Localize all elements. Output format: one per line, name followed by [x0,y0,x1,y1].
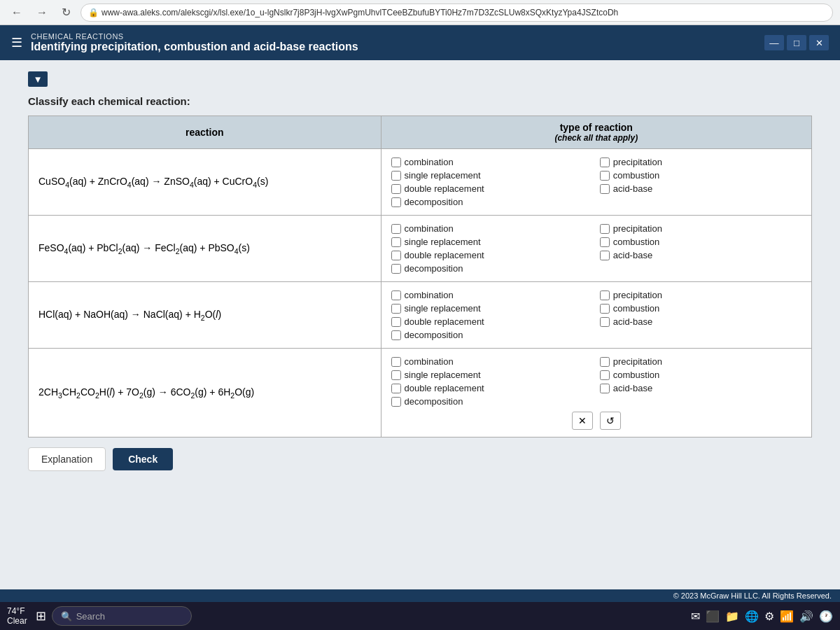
back-button[interactable]: ← [7,5,27,20]
dropdown-button[interactable]: ▼ [28,71,48,87]
search-icon: 🔍 [61,611,72,622]
checkbox-combination-4[interactable] [391,357,401,367]
option-combustion-2: combustion [600,236,802,248]
check-button[interactable]: Check [113,448,173,470]
label-precipitation-4: precipitation [613,356,662,367]
url-bar[interactable]: 🔒 www-awa.aleks.com/alekscgi/x/lsl.exe/1… [80,4,833,22]
browser-icon[interactable]: 🌐 [745,610,759,623]
header-title: Identifying precipitation, combustion an… [31,41,358,53]
checkbox-single-4[interactable] [391,370,401,380]
reaction-formula-4: 2CH3CH2CO2H(l) + 7O2(g) → 6CO2(g) + 6H2O… [38,386,254,398]
checkbox-single-2[interactable] [391,237,401,247]
label-double-2: double replacement [405,250,484,260]
bottom-buttons: Explanation Check [28,447,812,471]
checkbox-combustion-4[interactable] [600,370,610,380]
checkbox-double-2[interactable] [391,251,401,260]
action-buttons: ✕ ↺ [391,412,802,430]
checkbox-double-4[interactable] [391,384,401,393]
folder-icon[interactable]: 📁 [725,610,739,623]
reaction-formula-1: CuSO4(aq) + ZnCrO4(aq) → ZnSO4(aq) + CuC… [38,176,268,187]
volume-icon[interactable]: 🔊 [799,610,813,623]
option-combination-4: combination [391,356,593,368]
label-combination-3: combination [405,290,454,300]
taskbar-search-box[interactable]: 🔍 Search [52,606,192,626]
clear-button[interactable]: ✕ [572,412,593,430]
taskbar-weather: 74°F Clear [7,606,27,626]
checkbox-decomposition-1[interactable] [391,197,401,207]
forward-button[interactable]: → [32,5,52,20]
checkbox-decomposition-3[interactable] [391,330,401,340]
col-type-header: type of reaction (check all that apply) [381,116,811,149]
option-precipitation-3: precipitation [600,289,802,301]
option-combustion-4: combustion [600,369,802,381]
checkbox-combustion-3[interactable] [600,304,610,314]
clock-icon: 🕐 [819,610,833,623]
checkbox-double-1[interactable] [391,184,401,194]
checkbox-decomposition-2[interactable] [391,264,401,274]
option-combination-1: combination [391,156,593,168]
mail-icon[interactable]: ✉ [691,610,700,623]
start-button[interactable]: ⊞ [36,608,46,624]
checkbox-combination-1[interactable] [391,158,401,167]
hamburger-icon[interactable]: ☰ [11,35,22,50]
redo-button[interactable]: ↺ [600,412,621,430]
table-row: FeSO4(aq) + PbCl2(aq) → FeCl2(aq) + PbSO… [29,216,812,282]
lock-icon: 🔒 [88,8,99,18]
label-precipitation-1: precipitation [613,157,662,167]
close-button[interactable]: ✕ [809,35,829,50]
option-single-replacement-2: single replacement [391,236,593,248]
option-decomposition-2: decomposition [391,262,593,274]
option-precipitation-1: precipitation [600,156,802,168]
reaction-cell-3: HCl(aq) + NaOH(aq) → NaCl(aq) + H2O(l) [29,282,382,349]
label-acid-base-2: acid-base [613,250,652,260]
minimize-button[interactable]: — [764,35,784,50]
checkbox-precipitation-2[interactable] [600,224,610,234]
options-cell-2: combination precipitation single replace… [381,216,811,282]
classify-instruction: Classify each chemical reaction: [28,95,812,107]
reload-button[interactable]: ↻ [57,4,75,20]
table-row: 2CH3CH2CO2H(l) + 7O2(g) → 6CO2(g) + 6H2O… [29,349,812,438]
taskbar: 74°F Clear ⊞ 🔍 Search ✉ ⬛ 📁 🌐 ⚙ 📶 🔊 🕐 [0,602,840,630]
checkbox-single-1[interactable] [391,171,401,181]
app-header: ☰ CHEMICAL REACTIONS Identifying precipi… [0,25,840,60]
maximize-button[interactable]: □ [787,35,806,50]
checkbox-acid-base-4[interactable] [600,384,610,393]
label-double-3: double replacement [405,316,484,327]
checkbox-single-3[interactable] [391,304,401,314]
checkbox-precipitation-4[interactable] [600,357,610,367]
reaction-cell-1: CuSO4(aq) + ZnCrO4(aq) → ZnSO4(aq) + CuC… [29,149,382,216]
taskbar-icons: ✉ ⬛ 📁 🌐 ⚙ 📶 🔊 🕐 [691,610,833,623]
reaction-cell-2: FeSO4(aq) + PbCl2(aq) → FeCl2(aq) + PbSO… [29,216,382,282]
checkbox-combustion-1[interactable] [600,171,610,181]
checkbox-combination-2[interactable] [391,224,401,234]
checkbox-precipitation-3[interactable] [600,290,610,300]
header-controls: — □ ✕ [764,35,829,50]
option-precipitation-2: precipitation [600,223,802,234]
checkbox-combination-3[interactable] [391,290,401,300]
weather-temp: 74°F [7,606,27,616]
checkbox-double-3[interactable] [391,317,401,327]
header-subtitle: CHEMICAL REACTIONS [31,32,358,41]
label-acid-base-1: acid-base [613,183,652,194]
options-cell-3: combination precipitation single replace… [381,282,811,349]
checkbox-acid-base-2[interactable] [600,251,610,260]
checkbox-combustion-2[interactable] [600,237,610,247]
terminal-icon[interactable]: ⬛ [706,610,720,623]
checkbox-precipitation-1[interactable] [600,158,610,167]
url-text: www-awa.aleks.com/alekscgi/x/lsl.exe/1o_… [102,8,618,18]
checkbox-decomposition-4[interactable] [391,397,401,407]
option-double-replacement-1: double replacement [391,183,593,195]
col-reaction-header: reaction [29,116,382,149]
settings-icon[interactable]: ⚙ [764,610,774,623]
label-double-1: double replacement [405,183,484,194]
checkbox-acid-base-3[interactable] [600,317,610,327]
option-double-replacement-3: double replacement [391,316,593,328]
option-acid-base-1: acid-base [600,183,802,195]
options-cell-1: combination precipitation single replace… [381,149,811,216]
label-decomposition-4: decomposition [405,396,463,407]
wifi-icon[interactable]: 📶 [780,610,794,623]
label-acid-base-3: acid-base [613,316,652,327]
checkbox-acid-base-1[interactable] [600,184,610,194]
explanation-button[interactable]: Explanation [28,447,106,471]
label-combustion-3: combustion [613,303,659,314]
